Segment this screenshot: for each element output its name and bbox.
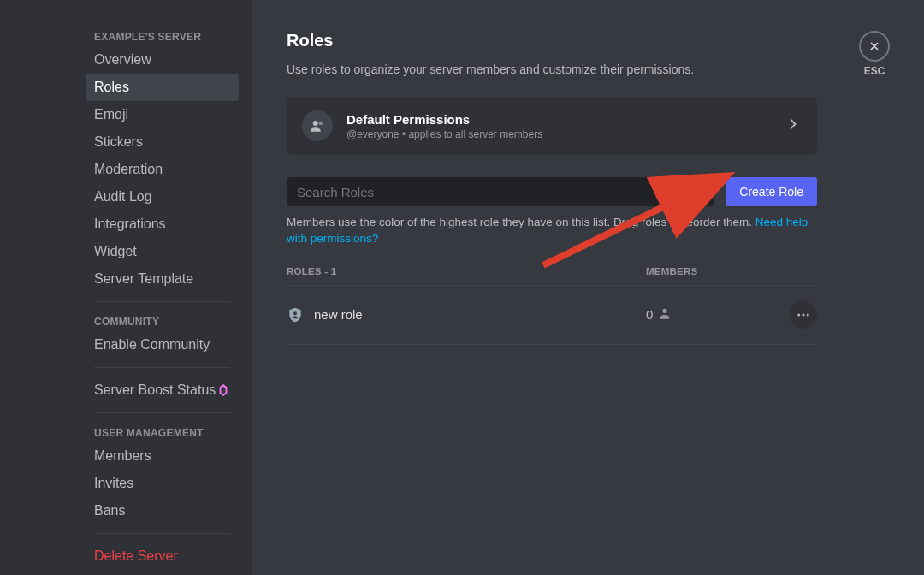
create-role-button[interactable]: Create Role: [726, 177, 817, 206]
search-input[interactable]: [297, 185, 688, 199]
role-row[interactable]: new role 0: [287, 286, 817, 345]
shield-icon: [287, 306, 304, 323]
svg-point-6: [803, 313, 805, 316]
nav-emoji[interactable]: Emoji: [86, 101, 239, 128]
nav-moderation[interactable]: Moderation: [86, 156, 239, 183]
close-button[interactable]: ESC: [859, 31, 890, 77]
nav-roles[interactable]: Roles: [86, 74, 239, 101]
people-icon: [302, 110, 333, 141]
nav-stickers[interactable]: Stickers: [86, 128, 239, 156]
page-description: Use roles to organize your server member…: [287, 62, 817, 76]
default-permissions-card[interactable]: Default Permissions @everyone • applies …: [287, 97, 817, 155]
person-icon: [658, 306, 672, 323]
default-perm-title: Default Permissions: [346, 112, 785, 127]
sidebar-divider: [94, 533, 230, 534]
settings-sidebar: EXAMPLE'S SERVER Overview Roles Emoji St…: [0, 0, 252, 575]
help-text: Members use the color of the highest rol…: [287, 215, 817, 247]
main-panel: ESC Roles Use roles to organize your ser…: [252, 0, 924, 575]
nav-bans[interactable]: Bans: [86, 497, 239, 525]
svg-point-3: [293, 311, 297, 315]
nav-server-boost[interactable]: Server Boost Status: [86, 376, 239, 404]
search-roles-field[interactable]: [287, 177, 714, 206]
section-header-community: COMMUNITY: [86, 311, 239, 331]
nav-members[interactable]: Members: [86, 442, 239, 470]
nav-server-template[interactable]: Server Template: [86, 265, 239, 293]
col-header-roles: ROLES - 1: [287, 266, 646, 276]
nav-audit-log[interactable]: Audit Log: [86, 183, 239, 210]
svg-point-0: [313, 121, 318, 126]
nav-invites[interactable]: Invites: [86, 470, 239, 497]
more-options-button[interactable]: [790, 301, 817, 329]
sidebar-divider: [94, 301, 230, 302]
svg-point-1: [319, 122, 323, 126]
nav-widget[interactable]: Widget: [86, 238, 239, 265]
svg-point-2: [690, 185, 700, 194]
nav-overview[interactable]: Overview: [86, 46, 239, 74]
col-header-members: MEMBERS: [646, 266, 766, 276]
page-title: Roles: [287, 31, 817, 50]
section-header-user-management: USER MANAGEMENT: [86, 422, 239, 442]
role-name: new role: [314, 307, 363, 322]
nav-delete-server[interactable]: Delete Server: [86, 542, 239, 570]
esc-label: ESC: [864, 65, 886, 77]
chevron-right-icon: [785, 116, 802, 136]
roles-list-header: ROLES - 1 MEMBERS: [287, 266, 817, 286]
member-count-cell: 0: [646, 306, 766, 323]
nav-enable-community[interactable]: Enable Community: [86, 331, 239, 359]
sidebar-divider: [94, 367, 230, 368]
sidebar-divider: [94, 412, 230, 413]
section-header-server: EXAMPLE'S SERVER: [86, 26, 239, 46]
boost-gem-icon: [216, 383, 230, 397]
svg-point-4: [663, 309, 667, 313]
svg-point-5: [797, 313, 800, 316]
default-perm-subtitle: @everyone • applies to all server member…: [346, 128, 785, 140]
nav-integrations[interactable]: Integrations: [86, 210, 239, 238]
close-icon: [859, 31, 890, 62]
svg-point-7: [807, 313, 809, 316]
search-icon: [688, 182, 703, 201]
